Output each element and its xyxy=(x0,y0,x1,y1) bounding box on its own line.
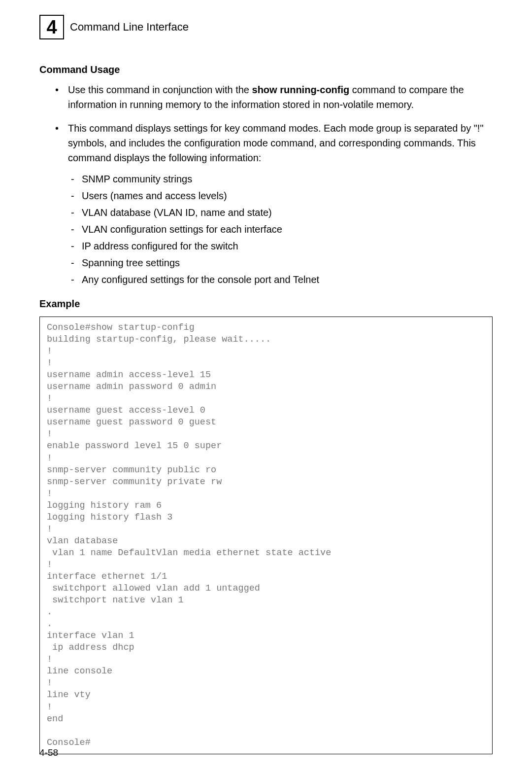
example-code-block: Console#show startup-config building sta… xyxy=(39,317,493,754)
bullet-text-bold: show running-config xyxy=(252,84,350,95)
bullet-2-text: This command displays settings for key c… xyxy=(68,123,483,163)
command-usage-heading: Command Usage xyxy=(39,64,493,75)
sub-item-2: Users (names and access levels) xyxy=(82,189,493,203)
sub-item-4: VLAN configuration settings for each int… xyxy=(82,222,493,236)
header-title: Command Line Interface xyxy=(70,21,189,34)
bullet-item-1: Use this command in conjunction with the… xyxy=(68,82,493,112)
page-header: 4 Command Line Interface xyxy=(39,15,493,39)
chapter-number: 4 xyxy=(46,17,57,38)
bullet-text-pre: Use this command in conjunction with the xyxy=(68,84,252,95)
sub-item-7: Any configured settings for the console … xyxy=(82,273,493,286)
sub-item-3: VLAN database (VLAN ID, name and state) xyxy=(82,206,493,219)
command-usage-list: Use this command in conjunction with the… xyxy=(39,82,493,286)
example-heading: Example xyxy=(39,298,493,310)
sub-list: SNMP community strings Users (names and … xyxy=(68,172,493,286)
bullet-item-2: This command displays settings for key c… xyxy=(68,121,493,286)
sub-item-6: Spanning tree settings xyxy=(82,256,493,270)
sub-item-5: IP address configured for the switch xyxy=(82,239,493,253)
sub-item-1: SNMP community strings xyxy=(82,172,493,186)
chapter-number-icon: 4 xyxy=(39,15,64,39)
page-number: 4-58 xyxy=(39,747,58,758)
